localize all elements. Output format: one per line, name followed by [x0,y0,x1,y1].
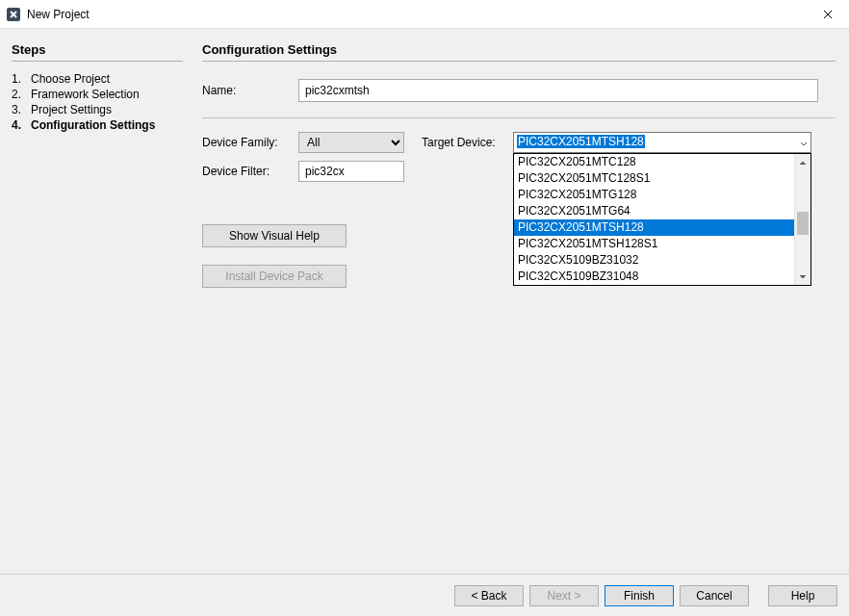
step-label: Configuration Settings [31,118,155,132]
device-filter-label: Device Filter: [202,165,298,178]
step-num: 1. [12,72,31,86]
section-divider [202,117,836,118]
dialog-window: New Project Steps 1.Choose Project2.Fram… [0,0,849,616]
device-filter-input[interactable] [298,161,404,182]
steps-sidebar: Steps 1.Choose Project2.Framework Select… [0,29,193,574]
device-family-label: Device Family: [202,136,298,149]
main-panel: Configuration Settings Name: Device Fami… [193,29,849,574]
chevron-up-icon [799,160,807,166]
step-item-2: 2.Framework Selection [12,87,183,102]
body-area: Steps 1.Choose Project2.Framework Select… [0,29,849,574]
step-item-3: 3.Project Settings [12,102,183,117]
sidebar-divider [12,61,183,62]
step-num: 4. [12,118,31,132]
step-label: Choose Project [31,72,110,86]
sidebar-heading: Steps [12,42,183,57]
app-icon [6,7,21,22]
install-device-pack-button[interactable]: Install Device Pack [202,265,347,288]
target-device-combo[interactable]: PIC32CX2051MTSH128 PIC32CX2051MTC128PIC3… [513,132,811,153]
device-family-select[interactable]: All [298,132,404,153]
dropdown-item[interactable]: PIC32CX2051MTG128 [514,187,794,203]
target-device-input[interactable] [513,132,811,153]
next-button[interactable]: Next > [529,585,599,606]
close-button[interactable] [806,0,849,29]
cancel-button[interactable]: Cancel [680,585,749,606]
help-button[interactable]: Help [768,585,837,606]
dropdown-item[interactable]: PIC32CX2051MTG64 [514,203,794,219]
step-num: 2. [12,88,31,101]
dropdown-item[interactable]: PIC32CX2051MTSH128S1 [514,236,794,252]
show-visual-help-button[interactable]: Show Visual Help [202,224,347,247]
target-device-dropdown[interactable]: PIC32CX2051MTC128PIC32CX2051MTC128S1PIC3… [513,153,811,286]
scroll-up-button[interactable] [795,154,810,170]
dropdown-item[interactable]: PIC32CX2051MTC128 [514,154,794,170]
step-label: Framework Selection [31,88,140,101]
chevron-down-icon [799,274,807,280]
dropdown-item[interactable]: PIC32CX2051MTSH128 [514,219,794,236]
close-icon [823,10,833,19]
window-title: New Project [27,8,806,21]
back-button[interactable]: < Back [454,585,524,606]
step-label: Project Settings [31,103,112,116]
name-row: Name: [202,79,836,102]
step-item-4: 4.Configuration Settings [12,117,183,133]
dropdown-items: PIC32CX2051MTC128PIC32CX2051MTC128S1PIC3… [514,154,794,285]
dropdown-item[interactable]: PIC32CX5109BZ31032 [514,252,794,269]
step-num: 3. [12,103,31,116]
titlebar: New Project [0,0,849,29]
dropdown-item[interactable]: PIC32CX2051MTC128S1 [514,170,794,187]
step-item-1: 1.Choose Project [12,71,183,87]
finish-button[interactable]: Finish [605,585,674,606]
footer: < Back Next > Finish Cancel Help [0,574,849,616]
main-heading: Configuration Settings [202,42,836,57]
step-list: 1.Choose Project2.Framework Selection3.P… [12,71,183,133]
dropdown-item[interactable]: PIC32CX5109BZ31048 [514,269,794,285]
device-family-row: Device Family: All Target Device: PIC32C… [202,132,836,153]
main-divider [202,61,836,62]
scroll-down-button[interactable] [795,269,810,285]
name-input[interactable] [298,79,818,102]
scroll-thumb[interactable] [797,212,809,235]
name-label: Name: [202,84,298,97]
dropdown-scrollbar[interactable] [794,154,810,285]
target-device-label: Target Device: [422,136,513,149]
